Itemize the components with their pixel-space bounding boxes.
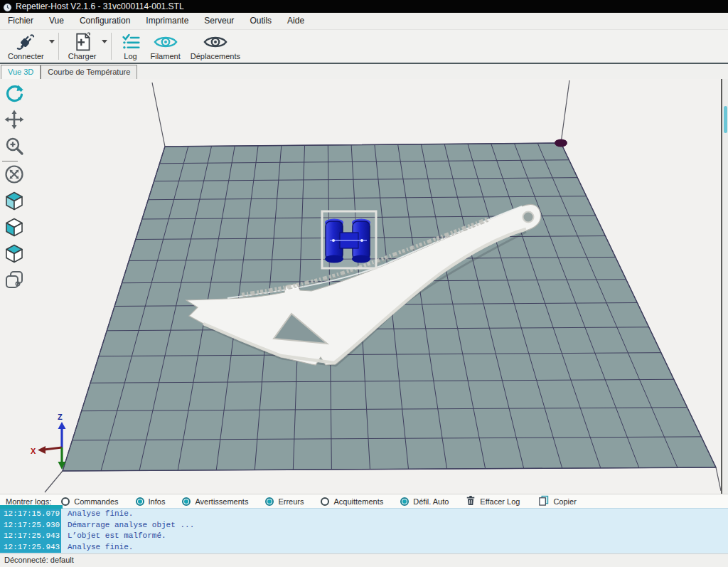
- log-entry-row: 12:17:25.943Analyse finie.: [0, 542, 728, 553]
- panel-splitter[interactable]: [721, 79, 728, 494]
- toolbar-filament-button[interactable]: Filament: [146, 30, 186, 63]
- log-action-effacer-log-button[interactable]: Effacer Log: [466, 495, 520, 507]
- zoom-view-tool[interactable]: [2, 134, 26, 160]
- front-view-tool[interactable]: [2, 215, 26, 241]
- toolbar-connecter-button[interactable]: Connecter: [3, 30, 49, 63]
- tab-courbe-de-temperature[interactable]: Courbe de Température: [41, 65, 137, 79]
- add-document-icon: [73, 32, 92, 52]
- log-entry-time: 12:17:25.930: [0, 520, 61, 531]
- toggle-label: Avertissements: [195, 497, 248, 506]
- action-label: Effacer Log: [480, 497, 520, 506]
- action-label: Copier: [553, 497, 576, 506]
- axis-z-label: Z: [58, 413, 63, 421]
- log-toggle-commandes[interactable]: Commandes: [61, 497, 118, 506]
- plug-icon: [15, 32, 36, 52]
- log-toggle-erreurs[interactable]: Erreurs: [265, 497, 304, 506]
- log-area[interactable]: 12:17:15.079Analyse finie.12:17:25.930Dé…: [0, 508, 728, 553]
- log-entry-time: 12:17:15.079: [0, 509, 61, 520]
- toolbar-charger-button[interactable]: Charger: [63, 30, 102, 63]
- tabbar: Vue 3DCourbe de Température: [0, 64, 728, 79]
- toolbar-separator: [58, 33, 59, 60]
- log-filter-accent-bar: [0, 505, 63, 509]
- radio-indicator-icon: [61, 497, 70, 506]
- radio-indicator-icon: [182, 497, 191, 506]
- log-entry-row: 12:17:25.943L’objet est malformé.: [0, 531, 728, 542]
- radio-indicator-icon: [136, 497, 144, 506]
- log-filter-label: Montrer logs:: [6, 497, 51, 506]
- toggle-label: Défil. Auto: [413, 497, 449, 506]
- toggle-label: Erreurs: [278, 497, 304, 506]
- copy-icon: [538, 495, 549, 507]
- menu-serveur[interactable]: Serveur: [196, 13, 242, 29]
- connection-status: Déconnecté: default: [4, 556, 74, 564]
- objects-icon: [4, 270, 24, 292]
- titlebar: Repetier-Host V2.1.6 - 31vc000114-001.ST…: [0, 0, 728, 13]
- log-entry-message: Analyse finie.: [61, 509, 133, 520]
- origin-marker: [555, 139, 567, 147]
- log-toggle-defil-auto[interactable]: Défil. Auto: [400, 497, 449, 506]
- menu-fichier[interactable]: Fichier: [0, 13, 41, 29]
- move-icon: [4, 110, 24, 132]
- fit-view-tool[interactable]: [2, 162, 26, 189]
- rotate-view-tool[interactable]: [2, 81, 26, 107]
- menu-outils[interactable]: Outils: [242, 13, 279, 29]
- model-object-selected[interactable]: [322, 211, 376, 268]
- cube-top-icon: [4, 243, 24, 266]
- toolbar-deplacements-button[interactable]: Déplacements: [186, 30, 245, 63]
- window-title: Repetier-Host V2.1.6 - 31vc000114-001.ST…: [16, 0, 184, 13]
- cube-iso-icon: [4, 191, 24, 213]
- move-view-tool[interactable]: [2, 107, 26, 134]
- scene-3d[interactable]: Z X: [28, 79, 721, 494]
- toolbar-button-label: Filament: [151, 52, 181, 61]
- log-toolbar: Montrer logs:CommandesInfosAvertissement…: [0, 494, 728, 508]
- cube-front-icon: [4, 217, 24, 240]
- log-entry-time: 12:17:25.943: [0, 542, 61, 553]
- log-toggle-infos[interactable]: Infos: [136, 497, 166, 506]
- log-entry-message: Analyse finie.: [61, 542, 133, 553]
- radio-indicator-icon: [321, 497, 329, 506]
- tools-separator: [2, 161, 18, 161]
- main-area: Z X: [0, 79, 728, 494]
- menu-vue[interactable]: Vue: [41, 13, 72, 29]
- toolbar-connecter-dropdown-arrow-icon[interactable]: [49, 30, 57, 63]
- tab-vue-3d[interactable]: Vue 3D: [1, 65, 41, 79]
- rotate-icon: [4, 83, 24, 106]
- filament-eye-icon: [154, 32, 178, 52]
- log-toggle-acquittements[interactable]: Acquittements: [321, 497, 383, 506]
- log-entry-time: 12:17:25.943: [0, 531, 61, 542]
- main-toolbar: ConnecterChargerLogFilamentDéplacements: [0, 30, 728, 63]
- viewport-3d[interactable]: Z X: [28, 79, 721, 494]
- toolbar-log-button[interactable]: Log: [116, 30, 146, 63]
- zoom-icon: [4, 136, 24, 159]
- menu-aide[interactable]: Aide: [279, 13, 312, 29]
- toggle-label: Infos: [149, 497, 166, 506]
- log-entry-message: Démarrage analyse objet ...: [61, 520, 194, 531]
- fit-view-icon: [4, 164, 24, 187]
- checklist-icon: [121, 32, 141, 52]
- menubar: FichierVueConfigurationImprimanteServeur…: [0, 13, 728, 30]
- menu-imprimante[interactable]: Imprimante: [138, 13, 196, 29]
- show-objects-tool[interactable]: [2, 267, 26, 294]
- toolbar-button-label: Charger: [68, 52, 97, 61]
- top-view-tool[interactable]: [2, 241, 26, 267]
- toolbar-separator: [111, 33, 112, 60]
- model-hole: [523, 212, 534, 223]
- view-tools-panel: [0, 79, 28, 494]
- toolbar-button-label: Déplacements: [191, 52, 240, 61]
- toolbar-button-label: Connecter: [8, 52, 44, 61]
- log-entry-row: 12:17:25.930Démarrage analyse objet ...: [0, 520, 728, 531]
- menu-configuration[interactable]: Configuration: [72, 13, 138, 29]
- toolbar-button-label: Log: [124, 52, 136, 61]
- splitter-handle[interactable]: [724, 106, 727, 133]
- toggle-label: Commandes: [74, 497, 118, 506]
- movements-eye-icon: [203, 32, 228, 52]
- trash-icon: [466, 495, 476, 507]
- radio-indicator-icon: [265, 497, 274, 506]
- app-icon: [3, 2, 12, 11]
- axis-x-label: X: [31, 447, 36, 455]
- log-action-copier-button[interactable]: Copier: [538, 495, 576, 507]
- log-toggle-avertissements[interactable]: Avertissements: [182, 497, 248, 506]
- isometric-view-tool[interactable]: [2, 189, 26, 215]
- toolbar-charger-dropdown-arrow-icon[interactable]: [102, 30, 109, 63]
- log-entry-message: L’objet est malformé.: [61, 531, 166, 542]
